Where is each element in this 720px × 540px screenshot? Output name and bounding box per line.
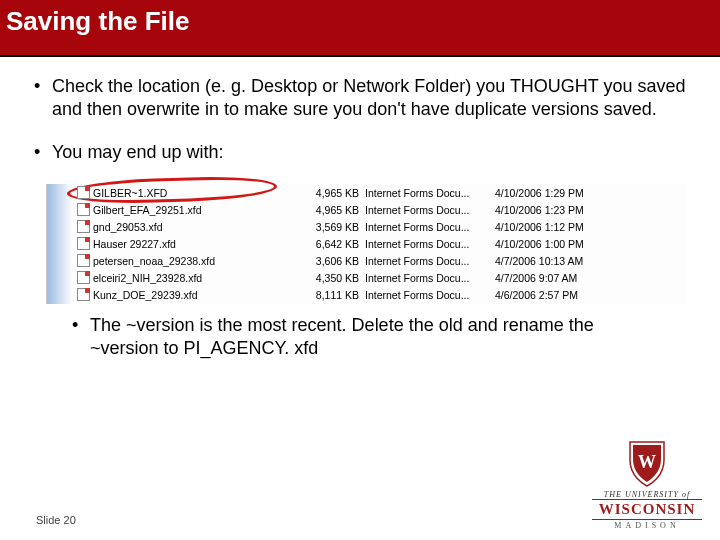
file-icon — [77, 288, 90, 301]
file-name: Hauser 29227.xfd — [93, 238, 303, 250]
file-row: petersen_noaa_29238.xfd3,606 KBInternet … — [47, 252, 686, 269]
file-date: 4/6/2006 2:57 PM — [495, 289, 578, 301]
slide-number: Slide 20 — [36, 514, 76, 526]
file-date: 4/10/2006 1:12 PM — [495, 221, 584, 233]
file-date: 4/7/2006 9:07 AM — [495, 272, 577, 284]
file-row: Gilbert_EFA_29251.xfd4,965 KBInternet Fo… — [47, 201, 686, 218]
slide-title: Saving the File — [0, 0, 720, 57]
file-row: elceiri2_NIH_23928.xfd4,350 KBInternet F… — [47, 269, 686, 286]
file-row: Kunz_DOE_29239.xfd8,111 KBInternet Forms… — [47, 286, 686, 303]
file-date: 4/10/2006 1:23 PM — [495, 204, 584, 216]
file-name: Gilbert_EFA_29251.xfd — [93, 204, 303, 216]
file-listing-screenshot: GILBER~1.XFD4,965 KBInternet Forms Docu.… — [46, 184, 686, 304]
file-type: Internet Forms Docu... — [365, 221, 495, 233]
uw-crest-icon: W — [627, 440, 667, 488]
file-date: 4/10/2006 1:29 PM — [495, 187, 584, 199]
file-size: 3,606 KB — [303, 255, 365, 267]
bullet-check-location: Check the location (e. g. Desktop or Net… — [30, 75, 690, 121]
file-name: elceiri2_NIH_23928.xfd — [93, 272, 303, 284]
file-type: Internet Forms Docu... — [365, 238, 495, 250]
file-icon — [77, 271, 90, 284]
file-type: Internet Forms Docu... — [365, 204, 495, 216]
file-size: 4,350 KB — [303, 272, 365, 284]
uw-logo: W THE UNIVERSITY of WISCONSIN MADISON — [592, 440, 702, 530]
file-size: 6,642 KB — [303, 238, 365, 250]
svg-text:W: W — [638, 452, 656, 472]
file-name: gnd_29053.xfd — [93, 221, 303, 233]
file-icon — [77, 203, 90, 216]
logo-line-wisconsin: WISCONSIN — [592, 499, 702, 520]
file-type: Internet Forms Docu... — [365, 289, 495, 301]
logo-line-university: THE UNIVERSITY of — [592, 490, 702, 499]
file-date: 4/10/2006 1:00 PM — [495, 238, 584, 250]
file-icon — [77, 237, 90, 250]
file-row: Hauser 29227.xfd6,642 KBInternet Forms D… — [47, 235, 686, 252]
file-row: GILBER~1.XFD4,965 KBInternet Forms Docu.… — [47, 184, 686, 201]
file-icon — [77, 186, 90, 199]
file-name: petersen_noaa_29238.xfd — [93, 255, 303, 267]
file-row: gnd_29053.xfd3,569 KBInternet Forms Docu… — [47, 218, 686, 235]
file-type: Internet Forms Docu... — [365, 272, 495, 284]
file-name: GILBER~1.XFD — [93, 187, 303, 199]
file-type: Internet Forms Docu... — [365, 255, 495, 267]
file-size: 8,111 KB — [303, 289, 365, 301]
file-size: 4,965 KB — [303, 187, 365, 199]
file-date: 4/7/2006 10:13 AM — [495, 255, 583, 267]
file-size: 4,965 KB — [303, 204, 365, 216]
file-name: Kunz_DOE_29239.xfd — [93, 289, 303, 301]
bullet-may-end-up: You may end up with: — [30, 141, 690, 164]
file-icon — [77, 220, 90, 233]
file-icon — [77, 254, 90, 267]
file-size: 3,569 KB — [303, 221, 365, 233]
slide-body: Check the location (e. g. Desktop or Net… — [0, 57, 720, 361]
file-type: Internet Forms Docu... — [365, 187, 495, 199]
logo-line-madison: MADISON — [592, 521, 702, 530]
bullet-tilde-version: The ~version is the most recent. Delete … — [68, 314, 660, 361]
